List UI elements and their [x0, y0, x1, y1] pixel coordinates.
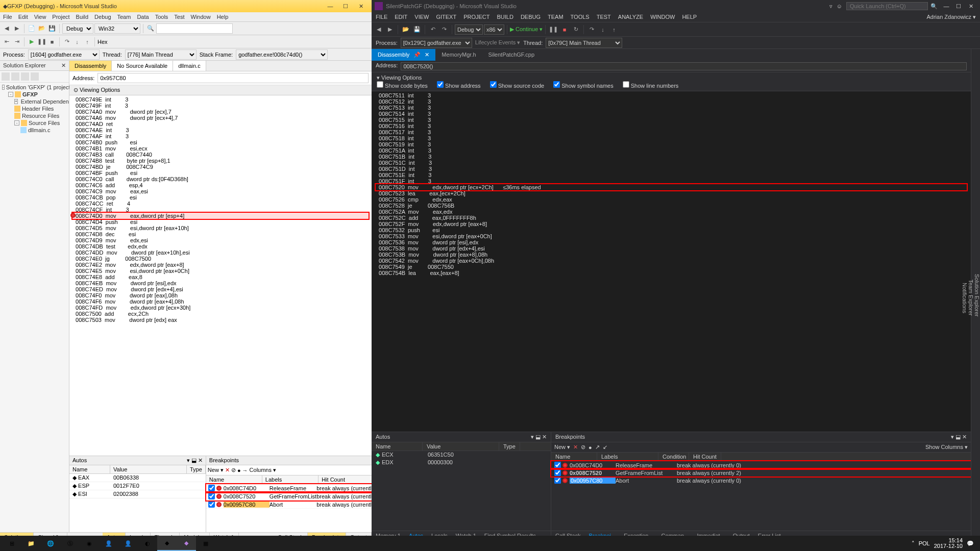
autos-row[interactable]: ◆ EAX00B06338 [69, 474, 206, 482]
outdent-icon[interactable]: ⇥ [12, 37, 21, 46]
platform-select[interactable]: x86 [484, 24, 504, 35]
breakpoint-row[interactable]: 0x00957C80Abortbreak always (currently 0… [551, 477, 971, 484]
process-select[interactable]: [1604] godfather.exe [28, 49, 100, 60]
thread-select[interactable]: [0x79C] Main Thread [546, 38, 622, 48]
disasm-line[interactable]: 008C7528 je 008C756B [376, 203, 967, 209]
breakpoints-panel-left[interactable]: Breakpoints▾ ⬓ ✕ New ▾ ✕ ⊘ ● → Columns ▾… [206, 456, 372, 532]
vs-2017-icon[interactable]: ◆ [177, 536, 196, 551]
disasm-line[interactable]: 008C74D9 mov edx,esi [72, 237, 369, 243]
tree-item[interactable]: Resource Files [22, 113, 59, 119]
disasm-line[interactable]: 008C74C9 mov eax,esi [72, 188, 369, 194]
step-into-icon[interactable]: ↓ [598, 24, 608, 35]
viewing-options-toggle[interactable]: ⊙ [74, 87, 80, 93]
disassembly-left[interactable]: 008C749E int 3 008C749F int 3 008C74A0 m… [69, 95, 372, 456]
disasm-line[interactable]: 008C749F int 3 [72, 103, 369, 109]
indent-icon[interactable]: ⇤ [2, 37, 11, 46]
disasm-line[interactable]: 008C74F0 mov dword ptr [eax],08h [72, 292, 369, 298]
disasm-line[interactable]: 008C74C0 call dword ptr ds:[0F4D368h] [72, 176, 369, 182]
tray-chevron-icon[interactable]: ˄ [912, 540, 915, 547]
find-input[interactable] [156, 23, 233, 34]
pause-icon[interactable]: ❚❚ [37, 37, 46, 46]
toolbar-right[interactable]: ◀ ▶ 📂 💾 ↶ ↷ Debug x86 ▶ Continue ▾ ❚❚ ■ … [372, 22, 980, 37]
menu-item[interactable]: Data [137, 14, 149, 20]
hex-button[interactable]: Hex [97, 39, 108, 45]
menu-item[interactable]: ANALYZE [618, 14, 643, 20]
delete-all-icon[interactable]: ⊘ [581, 444, 585, 450]
refresh-icon[interactable] [11, 72, 19, 81]
disasm-line[interactable]: 008C752C add eax,0FFFFFFF8h [376, 215, 967, 221]
disasm-line[interactable]: 008C74E0 jg 008C7500 [72, 256, 369, 262]
lifecycle-button[interactable]: Lifecycle Events ▾ [475, 39, 521, 46]
side-tab-notifications[interactable]: Notifications [962, 56, 968, 539]
close-button[interactable]: ✕ [965, 3, 977, 10]
autos-row[interactable]: ◆ECX06351C50 [372, 451, 551, 459]
menu-item[interactable]: TOOLS [571, 14, 590, 20]
menu-item[interactable]: Test [174, 14, 184, 20]
tree-item[interactable]: External Dependen [21, 98, 69, 105]
tree-file[interactable]: dllmain.c [28, 127, 50, 133]
view-option[interactable]: Show source code [490, 83, 545, 89]
windows-taskbar[interactable]: ⊞ 📁 🌐 Ⓢ ◉ 👤 👤 ◐ ◆ ◆ ▦ ˄ POL 15:142017-12… [0, 536, 980, 551]
disasm-line[interactable]: 008C7523 lea eax,[ecx+2Ch] [376, 190, 967, 196]
disasm-line[interactable]: 008C74AE int 3 [72, 127, 369, 133]
minimize-button[interactable]: — [323, 3, 338, 9]
find-icon[interactable]: 🔍 [146, 24, 155, 33]
disasm-line[interactable]: 008C74E5 mov esi,dword ptr [eax+0Ch] [72, 268, 369, 274]
disasm-line[interactable]: 008C754B lea eax,[eax+8] [376, 270, 967, 276]
show-all-icon[interactable] [21, 72, 29, 81]
viewing-options-right[interactable]: ▾ Viewing Options Show code bytes Show a… [372, 72, 971, 91]
step-out-icon[interactable]: ↑ [609, 24, 619, 35]
disasm-line[interactable]: 008C7517 int 3 [376, 129, 967, 135]
disasm-line[interactable]: 008C74B3 call 008C7440 [72, 152, 369, 158]
open-icon[interactable]: 📂 [37, 24, 46, 33]
tab-disassembly[interactable]: Disassembly📌✕ [372, 49, 435, 61]
menu-item[interactable]: Debug [94, 14, 111, 20]
disasm-line[interactable]: 008C7515 int 3 [376, 117, 967, 123]
menu-item[interactable]: WINDOW [650, 14, 675, 20]
close-button[interactable]: ✕ [353, 3, 369, 10]
step-over-icon[interactable]: ↷ [586, 24, 597, 35]
menu-item[interactable]: TEST [597, 14, 611, 20]
forward-icon[interactable]: ▶ [385, 24, 395, 35]
file-explorer-icon[interactable]: 📁 [21, 536, 41, 551]
app-icon[interactable]: ▦ [196, 536, 215, 551]
view-option[interactable]: Show address [437, 83, 481, 89]
platform-select[interactable]: Win32 [94, 23, 140, 34]
disasm-line[interactable]: 008C751D int 3 [376, 166, 967, 172]
menu-item[interactable]: Edit [18, 14, 28, 20]
disasm-line[interactable]: 008C7518 int 3 [376, 135, 967, 141]
disasm-line[interactable]: 008C751C int 3 [376, 160, 967, 166]
autos-panel-right[interactable]: Autos▾ ⬓ ✕ NameValueType ◆ECX06351C50◆ED… [372, 432, 551, 541]
autos-row[interactable]: ◆ ESP0012F7E0 [69, 482, 206, 490]
properties-icon[interactable] [31, 72, 39, 81]
config-select[interactable]: Debug [455, 24, 483, 35]
continue-button[interactable]: ▶ Continue ▾ [510, 26, 543, 33]
menu-item[interactable]: View [34, 14, 46, 20]
menu-item[interactable]: VIEW [414, 14, 429, 20]
quick-launch-input[interactable] [846, 2, 928, 10]
app-icon[interactable]: 👤 [118, 536, 138, 551]
disasm-line[interactable]: 008C74F6 mov dword ptr [eax+4],08h [72, 298, 369, 305]
undo-icon[interactable]: ↶ [428, 24, 438, 35]
app-icon[interactable]: 👤 [99, 536, 118, 551]
disasm-line[interactable]: 008C74AF int 3 [72, 133, 369, 139]
solution-explorer[interactable]: Solution Explorer✕ -Solution 'GFXP' (1 p… [0, 61, 69, 532]
feedback-icon[interactable]: ☺ [837, 3, 842, 9]
disasm-line[interactable]: 008C74DB test edx,edx [72, 243, 369, 249]
breakpoint-row[interactable]: 0x00957C80Abortbreak always (currently 0… [206, 500, 372, 509]
home-icon[interactable] [2, 72, 10, 81]
disasm-line[interactable]: 008C74A0 mov dword ptr [ecx],7 [72, 109, 369, 115]
step-into-icon[interactable]: ↓ [72, 37, 82, 46]
solution-tree[interactable]: -Solution 'GFXP' (1 project -GFXP +Exter… [0, 83, 69, 135]
redo-icon[interactable]: ↷ [439, 24, 449, 35]
disasm-line[interactable]: 008C74FD mov edx,dword ptr [ecx+30h] [72, 305, 369, 311]
disasm-line[interactable]: 008C74CC ret 4 [72, 201, 369, 207]
menu-item[interactable]: Window [191, 14, 211, 20]
menu-item[interactable]: Team [117, 14, 131, 20]
tab-dllmain[interactable]: dllmain.c [173, 61, 206, 71]
menu-item[interactable]: FILE [376, 14, 387, 20]
disasm-line[interactable]: 008C752F mov edx,dword ptr [eax+8] [376, 221, 967, 227]
side-tab-solution[interactable]: Solution Explorer [974, 51, 980, 539]
debug-location-toolbar-right[interactable]: Process: [0x129C] godfather.exe Lifecycl… [372, 37, 980, 49]
disasm-line[interactable]: 008C753B mov dword ptr [eax+8],08h [376, 252, 967, 258]
